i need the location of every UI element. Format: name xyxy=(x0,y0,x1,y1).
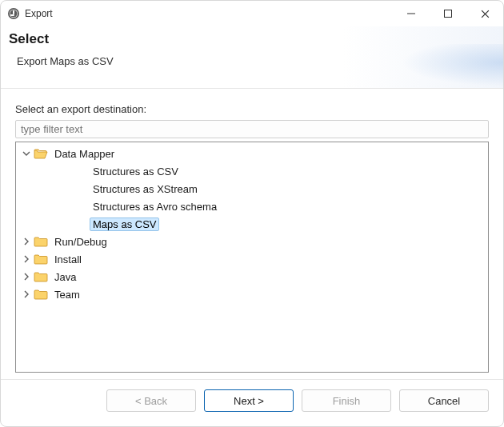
tree-item[interactable]: Team xyxy=(16,285,488,303)
chevron-right-icon[interactable] xyxy=(21,236,32,247)
export-dialog: Export Select Export Maps as CSV Select … xyxy=(0,0,504,427)
finish-button: Finish xyxy=(302,389,391,412)
tree-item[interactable]: Data Mapper xyxy=(16,145,488,162)
svg-rect-3 xyxy=(13,10,14,14)
folder-icon xyxy=(34,288,48,301)
tree-item[interactable]: Install xyxy=(16,250,488,268)
filter-input[interactable] xyxy=(15,120,489,138)
tree-item-label: Java xyxy=(51,270,79,284)
folder-icon xyxy=(34,270,48,283)
back-button: < Back xyxy=(106,389,196,412)
folder-icon xyxy=(34,235,48,248)
chevron-down-icon[interactable] xyxy=(21,148,32,159)
chevron-right-icon[interactable] xyxy=(21,289,32,300)
tree-item-label: Structures as XStream xyxy=(90,182,201,196)
tree-item-label: Run/Debug xyxy=(51,235,110,249)
tree-item-label: Maps as CSV xyxy=(90,217,159,231)
wizard-banner: Select Export Maps as CSV xyxy=(1,26,503,89)
svg-rect-5 xyxy=(445,10,452,18)
wizard-body: Select an export destination: Data Mappe… xyxy=(1,89,503,379)
folder-icon xyxy=(34,253,48,265)
tree-item[interactable]: Structures as Avro schema xyxy=(16,198,488,215)
tree-item[interactable]: Maps as CSV xyxy=(16,215,488,233)
cancel-button[interactable]: Cancel xyxy=(399,389,489,412)
tree-item-label: Structures as Avro schema xyxy=(90,200,220,214)
close-button[interactable] xyxy=(466,1,503,26)
titlebar: Export xyxy=(1,1,503,26)
tree-item[interactable]: Java xyxy=(16,268,488,285)
svg-rect-4 xyxy=(10,14,14,16)
app-icon xyxy=(7,7,20,20)
wizard-footer: < Back Next > Finish Cancel xyxy=(1,379,503,426)
page-subtitle: Export Maps as CSV xyxy=(17,55,487,67)
maximize-button[interactable] xyxy=(430,1,466,26)
tree-item-label: Structures as CSV xyxy=(90,165,182,178)
chevron-right-icon[interactable] xyxy=(21,253,32,265)
next-button[interactable]: Next > xyxy=(204,389,294,412)
chevron-right-icon[interactable] xyxy=(21,271,32,282)
window-title: Export xyxy=(25,8,53,19)
tree-item-label: Install xyxy=(51,253,85,266)
folder-open-icon xyxy=(34,147,48,160)
page-title: Select xyxy=(9,31,487,47)
destination-label: Select an export destination: xyxy=(15,103,489,115)
minimize-button[interactable] xyxy=(393,1,430,26)
tree-item[interactable]: Run/Debug xyxy=(16,233,488,250)
tree-item[interactable]: Structures as XStream xyxy=(16,180,488,198)
destination-tree: Data MapperStructures as CSVStructures a… xyxy=(15,142,489,373)
tree-item-label: Data Mapper xyxy=(51,147,118,161)
tree-item[interactable]: Structures as CSV xyxy=(16,162,488,180)
tree-item-label: Team xyxy=(51,288,83,301)
